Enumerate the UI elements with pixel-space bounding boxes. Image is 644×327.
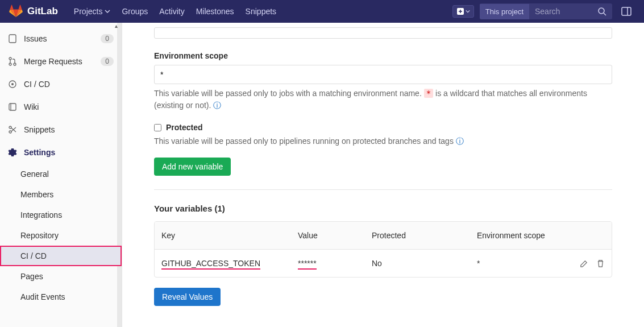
sidebar-item-settings[interactable]: Settings — [0, 141, 122, 164]
search-scope[interactable]: This project — [480, 4, 529, 19]
new-dropdown-button[interactable] — [452, 5, 474, 18]
add-variable-button[interactable]: Add new variable — [154, 158, 231, 176]
your-variables-heading: Your variables (1) — [154, 204, 612, 213]
search-button[interactable] — [592, 3, 612, 19]
reveal-values-button[interactable]: Reveal Values — [154, 288, 221, 306]
protected-row: Protected — [154, 123, 612, 132]
nav-projects[interactable]: Projects — [68, 2, 117, 20]
variable-value-input[interactable] — [154, 27, 612, 39]
sidebar-item-label: Settings — [24, 148, 114, 157]
protected-help: This variable will be passed only to pip… — [154, 135, 612, 147]
svg-point-7 — [14, 63, 16, 65]
chevron-down-icon — [466, 9, 470, 14]
th-scope: Environment scope — [470, 222, 566, 249]
table-header: Key Value Protected Environment scope — [155, 222, 612, 249]
main-content: Environment scope This variable will be … — [122, 23, 644, 327]
nav-groups[interactable]: Groups — [116, 2, 153, 20]
sidebar-item-label: Merge Requests — [24, 57, 94, 66]
info-icon[interactable]: ⓘ — [456, 136, 464, 146]
sub-item-repository[interactable]: Repository — [0, 225, 122, 246]
sub-item-members[interactable]: Members — [0, 184, 122, 205]
sidebar-item-issues[interactable]: Issues 0 — [0, 27, 122, 50]
td-value: ****** — [291, 250, 365, 277]
plus-icon — [456, 7, 464, 15]
search-icon — [597, 7, 606, 16]
rocket-icon — [8, 80, 17, 89]
td-key: GITHUB_ACCESS_TOKEN — [155, 250, 291, 277]
env-scope-input[interactable] — [154, 65, 612, 84]
env-scope-label: Environment scope — [154, 51, 612, 60]
top-navbar: GitLab Projects Groups Activity Mileston… — [0, 0, 644, 23]
topbar-right: This project — [452, 3, 635, 20]
nav-milestones[interactable]: Milestones — [190, 2, 240, 20]
svg-rect-4 — [9, 35, 16, 43]
search-input[interactable] — [529, 3, 592, 19]
td-actions — [566, 250, 612, 277]
nav-activity[interactable]: Activity — [153, 2, 190, 20]
td-protected: No — [365, 250, 470, 277]
sub-item-pages[interactable]: Pages — [0, 266, 122, 287]
brand-name: GitLab — [27, 6, 58, 17]
issues-icon — [8, 34, 17, 43]
sidebar-item-label: Wiki — [24, 102, 114, 111]
sub-item-integrations[interactable]: Integrations — [0, 205, 122, 225]
scissors-icon — [8, 125, 17, 134]
search-container: This project — [480, 3, 612, 19]
svg-point-5 — [9, 57, 11, 60]
merge-request-icon — [8, 57, 17, 66]
issues-count-badge: 0 — [101, 34, 114, 43]
scroll-up-arrow-icon[interactable]: ▴ — [115, 23, 122, 30]
th-key: Key — [155, 222, 291, 249]
sidebar: ▴ Issues 0 Merge Requests 0 CI / CD Wiki… — [0, 23, 122, 327]
sub-item-general[interactable]: General — [0, 164, 122, 184]
td-scope: * — [470, 250, 566, 277]
svg-rect-10 — [9, 104, 16, 110]
sidebar-item-merge-requests[interactable]: Merge Requests 0 — [0, 50, 122, 73]
svg-point-12 — [9, 126, 11, 129]
mr-count-badge: 0 — [101, 57, 114, 66]
book-icon — [8, 102, 17, 111]
section-divider — [154, 189, 612, 190]
svg-point-13 — [9, 131, 11, 133]
sub-item-cicd[interactable]: CI / CD — [0, 246, 122, 266]
sidebar-item-cicd[interactable]: CI / CD — [0, 73, 122, 96]
nav-snippets[interactable]: Snippets — [240, 2, 282, 20]
info-icon[interactable]: ⓘ — [213, 101, 221, 110]
sidebar-item-label: CI / CD — [24, 80, 114, 89]
pencil-icon — [580, 259, 588, 268]
gear-icon — [8, 148, 17, 157]
delete-button[interactable] — [596, 259, 605, 268]
panel-icon — [621, 6, 631, 16]
chevron-down-icon — [105, 9, 110, 14]
wildcard-code: * — [424, 89, 433, 98]
sidebar-toggle[interactable] — [618, 3, 635, 20]
sidebar-item-label: Snippets — [24, 125, 114, 134]
trash-icon — [596, 259, 605, 268]
svg-point-1 — [599, 8, 604, 14]
variables-table: Key Value Protected Environment scope GI… — [154, 221, 612, 278]
svg-point-6 — [9, 63, 11, 65]
gitlab-logo-icon — [9, 5, 23, 18]
table-row: GITHUB_ACCESS_TOKEN ****** No * — [155, 249, 612, 277]
th-value: Value — [291, 222, 365, 249]
settings-subitems: General Members Integrations Repository … — [0, 164, 122, 307]
svg-rect-2 — [622, 7, 631, 15]
protected-checkbox[interactable] — [154, 124, 161, 131]
env-scope-help: This variable will be passed only to job… — [154, 88, 612, 111]
sidebar-item-wiki[interactable]: Wiki — [0, 96, 122, 118]
protected-label: Protected — [166, 123, 203, 132]
sidebar-item-snippets[interactable]: Snippets — [0, 118, 122, 141]
edit-button[interactable] — [580, 259, 588, 268]
top-nav-links: Projects Groups Activity Milestones Snip… — [68, 2, 282, 20]
th-actions — [566, 222, 612, 249]
th-protected: Protected — [365, 222, 470, 249]
sub-item-audit-events[interactable]: Audit Events — [0, 287, 122, 307]
sidebar-item-label: Issues — [24, 34, 94, 43]
svg-point-9 — [11, 83, 14, 85]
